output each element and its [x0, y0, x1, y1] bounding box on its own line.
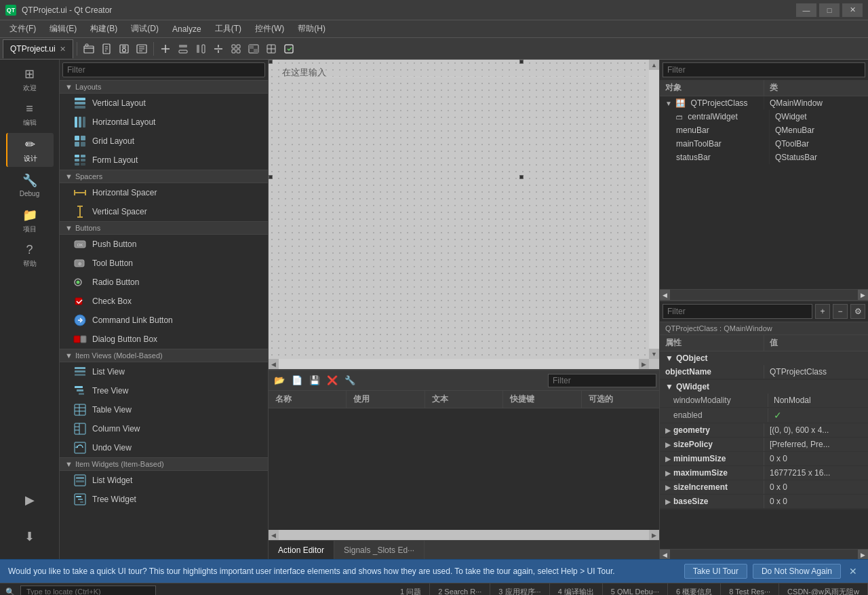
action-new-btn[interactable]: 📂: [271, 372, 288, 389]
do-not-show-again-button[interactable]: Do Not Show Again: [753, 564, 841, 579]
obj-row-maintoolbar[interactable]: mainToolBar QToolBar: [660, 137, 868, 151]
toolbar-btn-10[interactable]: [245, 41, 262, 57]
action-filter-input[interactable]: [548, 374, 656, 387]
obj-row-statusbar[interactable]: statusBar QStatusBar: [660, 151, 868, 164]
action-settings-btn[interactable]: 🔧: [342, 372, 358, 389]
canvas-scrollbar-horizontal[interactable]: ◀ ▶: [269, 359, 649, 369]
sidebar-item-welcome[interactable]: ⊞ 欢迎: [6, 62, 54, 96]
prop-row-sizepolicy[interactable]: ▶sizePolicy [Preferred, Pre...: [660, 438, 868, 452]
tab-close-button[interactable]: ✕: [60, 45, 66, 54]
object-filter-input[interactable]: [663, 62, 865, 77]
minimize-button[interactable]: —: [796, 3, 816, 17]
prop-add-btn[interactable]: +: [815, 304, 830, 319]
widget-push-button[interactable]: OK Push Button: [60, 235, 268, 254]
widget-dialog-button-box[interactable]: Dialog Button Box: [60, 330, 268, 349]
status-tab-overview[interactable]: 6 概要信息: [668, 583, 721, 596]
widget-horizontal-layout[interactable]: Horizontal Layout: [60, 113, 268, 132]
obj-row-menubar[interactable]: menuBar QMenuBar: [660, 123, 868, 137]
resize-handle-mr[interactable]: [519, 175, 524, 179]
toolbar-btn-11[interactable]: [263, 41, 279, 57]
menu-file[interactable]: 文件(F): [3, 22, 43, 36]
widget-grid-layout[interactable]: Grid Layout: [60, 132, 268, 151]
prop-scroll-left[interactable]: ◀: [660, 550, 670, 559]
close-button[interactable]: ✕: [842, 3, 863, 17]
prop-section-header-qwidget[interactable]: ▼ QWidget: [660, 380, 868, 394]
sidebar-item-design[interactable]: ✏ 设计: [6, 133, 54, 167]
prop-row-geometry[interactable]: ▶geometry [(0, 0), 600 x 4...: [660, 423, 868, 438]
sizepolicy-expand[interactable]: ▶: [665, 441, 671, 448]
widget-radio-button[interactable]: Radio Button: [60, 273, 268, 292]
sidebar-item-run[interactable]: ▶: [6, 483, 54, 517]
prop-section-header-qobject[interactable]: ▼ QObject: [660, 351, 868, 365]
scroll-left-arrow[interactable]: ◀: [269, 359, 279, 369]
action-open-btn[interactable]: 📄: [289, 372, 305, 389]
nav-right-btn[interactable]: ▶: [649, 530, 659, 540]
sidebar-item-help[interactable]: ? 帮助: [6, 239, 54, 273]
design-canvas[interactable]: 在这里输入 ▲ ▼ ◀ ▶: [269, 60, 659, 369]
widget-table-view[interactable]: Table View: [60, 400, 268, 419]
menu-help[interactable]: 帮助(H): [291, 22, 332, 36]
maximumsize-expand[interactable]: ▶: [665, 469, 671, 477]
nav-left-btn[interactable]: ◀: [269, 530, 279, 540]
widget-column-view[interactable]: Column View: [60, 419, 268, 438]
menu-edit[interactable]: 编辑(E): [43, 22, 83, 36]
widget-tree-widget[interactable]: Tree Widget: [60, 490, 268, 509]
sizeincrement-expand[interactable]: ▶: [665, 484, 671, 491]
toolbar-btn-12[interactable]: [281, 41, 297, 57]
sidebar-item-debug[interactable]: 🔧 Debug: [6, 168, 54, 202]
widget-vertical-layout[interactable]: Vertical Layout: [60, 94, 268, 113]
prop-row-basesize[interactable]: ▶baseSize 0 x 0: [660, 495, 868, 509]
status-tab-issues[interactable]: 1 问题: [392, 583, 430, 596]
widget-tool-button[interactable]: ⚙ Tool Button: [60, 254, 268, 273]
obj-scroll-left[interactable]: ◀: [660, 290, 670, 300]
status-tab-csdn[interactable]: CSDN-@w风雨无阻w: [779, 583, 868, 596]
toolbar-btn-4[interactable]: [134, 41, 150, 57]
section-header-spacers[interactable]: ▼ Spacers: [60, 170, 268, 183]
toolbar-btn-5[interactable]: [157, 41, 174, 57]
prop-remove-btn[interactable]: −: [833, 304, 848, 319]
section-header-buttons[interactable]: ▼ Buttons: [60, 221, 268, 235]
status-tab-qml[interactable]: 5 QML Debu···: [603, 583, 668, 596]
widget-list-view[interactable]: List View: [60, 362, 268, 381]
canvas-scrollbar-vertical[interactable]: ▲ ▼: [649, 60, 659, 359]
menu-debug[interactable]: 调试(D): [124, 22, 165, 36]
prop-row-enabled[interactable]: enabled ✓: [660, 408, 868, 423]
action-save-btn[interactable]: 💾: [307, 372, 323, 389]
tab-signals-slots[interactable]: Signals _Slots Ed···: [334, 541, 425, 559]
status-tab-search[interactable]: 2 Search R···: [430, 583, 490, 596]
menu-build[interactable]: 构建(B): [83, 22, 124, 36]
prop-settings-btn[interactable]: ⚙: [850, 304, 865, 319]
sidebar-item-edit[interactable]: ≡ 编辑: [6, 98, 54, 132]
status-tab-test[interactable]: 8 Test Res···: [721, 583, 779, 596]
widget-vertical-spacer[interactable]: Vertical Spacer: [60, 202, 268, 221]
basesize-expand[interactable]: ▶: [665, 498, 671, 505]
prop-scroll-right[interactable]: ▶: [858, 550, 868, 559]
obj-row-qtprojectclass[interactable]: ▼ 🪟 QTProjectClass QMainWindow: [660, 96, 868, 110]
locate-input[interactable]: [20, 586, 156, 595]
notification-close-button[interactable]: ✕: [846, 566, 860, 577]
toolbar-btn-9[interactable]: [228, 41, 244, 57]
section-header-item-views[interactable]: ▼ Item Views (Model-Based): [60, 349, 268, 362]
section-header-item-widgets[interactable]: ▼ Item Widgets (Item-Based): [60, 457, 268, 471]
status-tab-compile[interactable]: 4 编译输出: [550, 583, 603, 596]
prop-row-windowmodality[interactable]: windowModality NonModal: [660, 394, 868, 408]
scroll-down-arrow[interactable]: ▼: [649, 349, 659, 359]
toolbar-btn-6[interactable]: [175, 41, 191, 57]
widget-check-box[interactable]: Check Box: [60, 292, 268, 311]
section-header-layouts[interactable]: ▼ Layouts: [60, 80, 268, 94]
prop-row-minimumsize[interactable]: ▶minimumSize 0 x 0: [660, 452, 868, 466]
menu-tools[interactable]: 工具(T): [208, 22, 248, 36]
prop-row-objectname[interactable]: objectName QTProjectClass: [660, 365, 868, 379]
obj-row-centralwidget[interactable]: 🗃 centralWidget QWidget: [660, 110, 868, 123]
widget-list-widget[interactable]: List Widget: [60, 471, 268, 490]
widget-horizontal-spacer[interactable]: Horizontal Spacer: [60, 183, 268, 202]
widget-tree-view[interactable]: Tree View: [60, 381, 268, 400]
toolbar-btn-1[interactable]: [81, 41, 97, 57]
widget-form-layout[interactable]: Form Layout: [60, 151, 268, 170]
take-ui-tour-button[interactable]: Take UI Tour: [684, 564, 747, 579]
status-tab-app[interactable]: 3 应用程序···: [490, 583, 549, 596]
geometry-expand[interactable]: ▶: [665, 427, 671, 434]
resize-handle-tl[interactable]: [269, 60, 273, 64]
widget-command-link-button[interactable]: Command Link Button: [60, 311, 268, 330]
prop-row-maximumsize[interactable]: ▶maximumSize 16777215 x 16...: [660, 466, 868, 480]
